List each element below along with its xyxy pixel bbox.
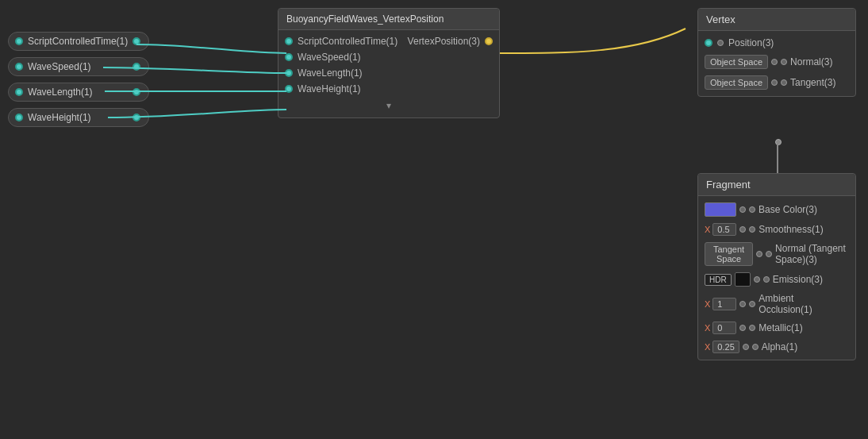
smoothness-x-label: X xyxy=(705,225,710,234)
dot-wave-speed-right xyxy=(133,63,140,71)
label-script-controlled-time: ScriptControlledTime(1) xyxy=(28,36,128,47)
vertex-row-normal: Object Space Normal(3) xyxy=(698,52,855,72)
middle-row-2: WaveLength(1) xyxy=(278,65,499,81)
dot-script-controlled-time-right xyxy=(133,37,140,45)
smoothness-value[interactable]: 0.5 xyxy=(712,223,736,236)
label-wave-speed: WaveSpeed(1) xyxy=(28,61,91,72)
fragment-row-alpha: X 0.25 Alpha(1) xyxy=(698,337,855,356)
object-space-normal-button[interactable]: Object Space xyxy=(705,55,768,69)
fragment-node: Fragment Base Color(3) X 0.5 Smoothness(… xyxy=(697,173,856,360)
object-space-tangent-button[interactable]: Object Space xyxy=(705,75,768,90)
vertex-node-body: Position(3) Object Space Normal(3) Objec… xyxy=(698,31,855,96)
emission-color-swatch[interactable] xyxy=(735,272,751,287)
fragment-row-metallic: X 0 Metallic(1) xyxy=(698,318,855,337)
fragment-emission-dot-right xyxy=(763,276,770,283)
fragment-ao-dot-right xyxy=(749,301,755,307)
vertical-connector-line xyxy=(777,141,778,177)
metallic-input: X 0 xyxy=(705,322,736,334)
fragment-row-base-color: Base Color(3) xyxy=(698,199,855,220)
dot-wave-length-left xyxy=(15,88,23,96)
metallic-value[interactable]: 0 xyxy=(712,322,736,334)
middle-output-label: VertexPosition(3) xyxy=(408,36,480,47)
fragment-emission-label: Emission(3) xyxy=(773,274,823,285)
middle-input-dot-2 xyxy=(285,69,293,77)
left-input-nodes: ScriptControlledTime(1) WaveSpeed(1) Wav… xyxy=(8,32,149,127)
vertex-normal-dot-right xyxy=(781,59,787,65)
fragment-base-color-dot-right xyxy=(749,206,755,213)
ao-value[interactable]: 1 xyxy=(712,298,736,310)
fragment-smoothness-dot-left xyxy=(739,226,746,233)
middle-row-3: WaveHeight(1) xyxy=(278,81,499,97)
dot-wave-height-left xyxy=(15,114,23,121)
fragment-node-body: Base Color(3) X 0.5 Smoothness(1) Tangen… xyxy=(698,196,855,360)
middle-input-dot-1 xyxy=(285,53,293,61)
ambient-occlusion-input: X 1 xyxy=(705,298,736,310)
fragment-ao-label: Ambient Occlusion(1) xyxy=(759,293,849,315)
alpha-value[interactable]: 0.25 xyxy=(712,341,739,353)
vertex-node: Vertex Position(3) Object Space Normal(3… xyxy=(697,8,856,97)
fragment-normal-tangent-dot-left xyxy=(756,251,762,257)
dot-wave-speed-left xyxy=(15,63,23,71)
hdr-badge: HDR xyxy=(705,274,732,286)
fragment-metallic-dot-left xyxy=(739,325,746,331)
base-color-swatch[interactable] xyxy=(705,202,736,217)
fragment-metallic-label: Metallic(1) xyxy=(759,322,802,333)
vertex-position-label: Position(3) xyxy=(728,37,774,48)
ao-x-label: X xyxy=(705,299,710,309)
middle-node-buoyancy: BuoyancyFieldWaves_VertexPosition Script… xyxy=(278,8,500,118)
vertex-normal-dot-left xyxy=(771,59,778,65)
vertex-position-dot-right xyxy=(717,40,724,46)
vertex-row-position: Position(3) xyxy=(698,34,855,52)
fragment-normal-tangent-label: Normal (Tangent Space)(3) xyxy=(775,243,849,265)
fragment-ao-dot-left xyxy=(739,301,746,307)
dot-script-controlled-time-left xyxy=(15,37,23,45)
fragment-alpha-dot-left xyxy=(743,344,749,350)
fragment-row-ambient-occlusion: X 1 Ambient Occlusion(1) xyxy=(698,290,855,318)
middle-output-dot xyxy=(485,37,493,45)
fragment-node-title: Fragment xyxy=(698,174,855,196)
fragment-smoothness-label: Smoothness(1) xyxy=(759,224,823,235)
fragment-smoothness-dot-right xyxy=(749,226,755,233)
fragment-base-color-dot-left xyxy=(739,206,746,213)
fragment-row-emission: HDR Emission(3) xyxy=(698,269,855,290)
fragment-metallic-dot-right xyxy=(749,325,755,331)
vertex-tangent-dot-left xyxy=(771,79,778,86)
node-wave-length[interactable]: WaveLength(1) xyxy=(8,83,149,102)
vertex-tangent-dot-right xyxy=(781,79,787,86)
middle-input-label-2: WaveLength(1) xyxy=(298,67,363,79)
middle-node-footer[interactable]: ▾ xyxy=(278,97,499,114)
fragment-alpha-label: Alpha(1) xyxy=(762,341,797,352)
node-wave-speed[interactable]: WaveSpeed(1) xyxy=(8,57,149,76)
connection-output-to-vertex xyxy=(500,29,686,53)
tangent-space-button[interactable]: Tangent Space xyxy=(705,242,753,266)
fragment-alpha-dot-right xyxy=(752,344,759,350)
middle-input-label-0: ScriptControlledTime(1) xyxy=(298,36,398,47)
vertex-node-title: Vertex xyxy=(698,9,855,31)
connection-script-time xyxy=(136,44,286,53)
middle-input-label-1: WaveSpeed(1) xyxy=(298,52,361,63)
node-wave-height[interactable]: WaveHeight(1) xyxy=(8,108,149,127)
metallic-x-label: X xyxy=(705,323,710,333)
dot-wave-height-right xyxy=(133,114,140,121)
vertex-normal-label: Normal(3) xyxy=(790,56,832,67)
fragment-row-normal-tangent: Tangent Space Normal (Tangent Space)(3) xyxy=(698,239,855,269)
label-wave-length: WaveLength(1) xyxy=(28,87,93,98)
expand-icon: ▾ xyxy=(386,100,391,111)
middle-input-dot-3 xyxy=(285,85,293,93)
fragment-row-smoothness: X 0.5 Smoothness(1) xyxy=(698,220,855,239)
middle-node-body: ScriptControlledTime(1) VertexPosition(3… xyxy=(278,30,499,117)
vertex-tangent-label: Tangent(3) xyxy=(790,77,835,88)
label-wave-height: WaveHeight(1) xyxy=(28,112,91,123)
vertex-position-dot-left xyxy=(705,39,712,47)
alpha-x-label: X xyxy=(705,342,710,352)
middle-node-title: BuoyancyFieldWaves_VertexPosition xyxy=(278,9,499,30)
alpha-input: X 0.25 xyxy=(705,341,739,353)
middle-input-label-3: WaveHeight(1) xyxy=(298,83,361,94)
middle-input-dot-0 xyxy=(285,37,293,45)
fragment-normal-tangent-dot-right xyxy=(766,251,772,257)
middle-row-0: ScriptControlledTime(1) VertexPosition(3… xyxy=(278,33,499,49)
smoothness-input: X 0.5 xyxy=(705,223,736,236)
fragment-emission-dot-left xyxy=(754,276,760,283)
vertex-row-tangent: Object Space Tangent(3) xyxy=(698,72,855,93)
node-script-controlled-time[interactable]: ScriptControlledTime(1) xyxy=(8,32,149,51)
